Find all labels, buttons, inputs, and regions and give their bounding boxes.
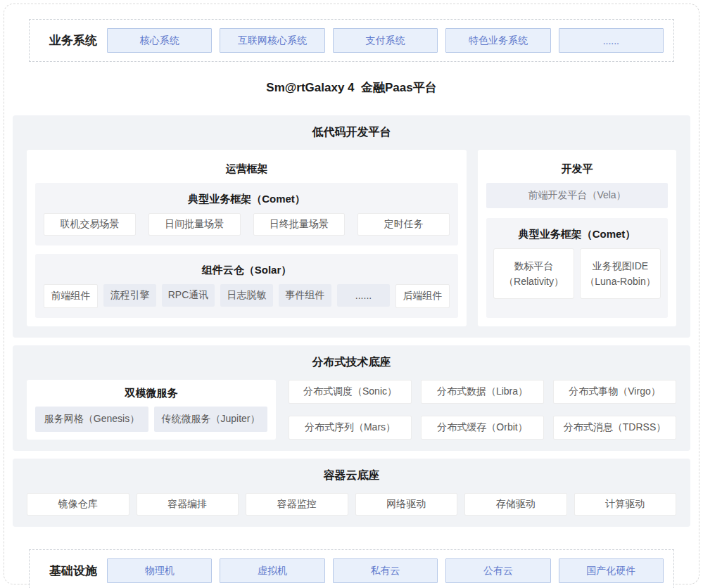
business-systems-band: 业务系统 核心系统 互联网核心系统 支付系统 特色业务系统 ...... [29,19,674,62]
card-relativity-line2: （Relativity） [504,274,564,289]
box-container-monitoring: 容器监控 [246,493,348,516]
chip-core-system: 核心系统 [107,28,212,53]
container-cloud-row: 镜像仓库 容器编排 容器监控 网络驱动 存储驱动 计算驱动 [27,493,676,516]
infrastructure-chips: 物理机 虚拟机 私有云 公有云 国产化硬件 [107,558,664,583]
dev-platform-title: 开发平 [486,157,668,183]
dev-comet-panel: 典型业务框架（Comet） 数标平台 （Relativity） 业务视图IDE … [486,218,668,318]
box-image-registry: 镜像仓库 [27,493,129,516]
dual-mode-chips: 服务网格（Genesis） 传统微服务（Jupiter） [35,407,267,432]
chip-vela-frontend-platform: 前端开发平台（Vela） [486,183,668,208]
chip-internet-core-system: 互联网核心系统 [220,28,324,53]
box-storage-driver: 存储驱动 [464,493,567,516]
box-distributed-transaction-virgo: 分布式事物（Virgo） [553,380,676,404]
chip-public-cloud: 公有云 [445,558,550,583]
chip-more-components: ...... [337,284,390,307]
box-distributed-message-tdrss: 分布式消息（TDRSS） [553,416,676,440]
distributed-base-panel: 分布式技术底座 双模微服务 服务网格（Genesis） 传统微服务（Jupite… [13,345,690,451]
dual-mode-microservice-panel: 双模微服务 服务网格（Genesis） 传统微服务（Jupiter） [27,380,276,440]
solar-warehouse-title: 组件云仓（Solar） [44,258,450,284]
chip-log-masking: 日志脱敏 [220,284,273,307]
container-cloud-title: 容器云底座 [27,468,676,483]
box-compute-driver: 计算驱动 [574,493,677,516]
card-relativity-platform: 数标平台 （Relativity） [493,248,574,299]
box-distributed-data-libra: 分布式数据（Libra） [421,380,544,404]
comet-framework-title: 典型业务框架（Comet） [44,187,450,213]
box-scheduled-task: 定时任务 [357,213,450,236]
business-systems-chips: 核心系统 互联网核心系统 支付系统 特色业务系统 ...... [107,28,664,53]
box-frontend-component: 前端组件 [44,284,98,308]
chip-physical-machine: 物理机 [107,558,212,583]
platform-title: Sm@rtGalaxy 4 金融Paas平台 [0,79,703,96]
ops-framework-title: 运营框架 [35,157,458,183]
box-distributed-cache-orbit: 分布式缓存（Orbit） [421,416,544,440]
chip-private-cloud: 私有云 [333,558,438,583]
chip-rpc-communication: RPC通讯 [162,284,215,307]
chip-payment-system: 支付系统 [333,28,438,53]
comet-scenario-row: 联机交易场景 日间批量场景 日终批量场景 定时任务 [44,213,450,236]
card-luna-robin-line1: 业务视图IDE [593,258,648,274]
solar-warehouse-panel: 组件云仓（Solar） 前端组件 流程引擎 RPC通讯 日志脱敏 事件组件 ..… [35,254,458,318]
solar-component-row: 前端组件 流程引擎 RPC通讯 日志脱敏 事件组件 ...... 后端组件 [44,284,450,308]
distributed-services-grid: 分布式调度（Sonic） 分布式数据（Libra） 分布式事物（Virgo） 分… [289,380,676,440]
box-container-orchestration: 容器编排 [137,493,239,516]
container-cloud-panel: 容器云底座 镜像仓库 容器编排 容器监控 网络驱动 存储驱动 计算驱动 [13,459,690,527]
architecture-diagram: 业务系统 核心系统 互联网核心系统 支付系统 特色业务系统 ...... Sm@… [0,0,703,588]
distributed-base-title: 分布式技术底座 [27,355,676,370]
box-backend-component: 后端组件 [395,284,450,308]
box-daytime-batch: 日间批量场景 [148,213,241,236]
chip-process-engine: 流程引擎 [103,284,156,307]
card-luna-robin-line2: （Luna-Robin） [585,274,655,289]
chip-special-business-system: 特色业务系统 [445,28,550,53]
chip-domestic-hardware: 国产化硬件 [559,558,664,583]
low-code-platform-panel: 低代码开发平台 运营框架 典型业务框架（Comet） 联机交易场景 日间批量场景… [13,115,690,338]
chip-more-systems: ...... [559,28,664,53]
chip-service-mesh-genesis: 服务网格（Genesis） [35,407,148,432]
chip-traditional-microservice-jupiter: 传统微服务（Jupiter） [154,407,267,432]
dev-comet-cards: 数标平台 （Relativity） 业务视图IDE （Luna-Robin） [493,248,661,299]
chip-event-component: 事件组件 [279,284,331,307]
comet-framework-panel: 典型业务框架（Comet） 联机交易场景 日间批量场景 日终批量场景 定时任务 [35,183,458,245]
infrastructure-band: 基础设施 物理机 虚拟机 私有云 公有云 国产化硬件 [29,549,674,588]
dual-mode-title: 双模微服务 [35,384,267,407]
box-endofday-batch: 日终批量场景 [253,213,346,236]
card-relativity-line1: 数标平台 [514,258,554,274]
dev-comet-title: 典型业务框架（Comet） [493,222,661,248]
box-network-driver: 网络驱动 [355,493,458,516]
card-luna-robin-ide: 业务视图IDE （Luna-Robin） [580,248,661,299]
low-code-platform-title: 低代码开发平台 [27,125,676,140]
box-online-transaction: 联机交易场景 [44,213,136,236]
chip-virtual-machine: 虚拟机 [220,558,324,583]
low-code-columns: 运营框架 典型业务框架（Comet） 联机交易场景 日间批量场景 日终批量场景 … [27,150,676,326]
dev-platform-panel: 开发平 前端开发平台（Vela） 典型业务框架（Comet） 数标平台 （Rel… [478,150,676,326]
distributed-row: 双模微服务 服务网格（Genesis） 传统微服务（Jupiter） 分布式调度… [27,380,676,440]
box-distributed-sequence-mars: 分布式序列（Mars） [289,416,412,440]
box-distributed-scheduling-sonic: 分布式调度（Sonic） [289,380,412,404]
ops-framework-panel: 运营框架 典型业务框架（Comet） 联机交易场景 日间批量场景 日终批量场景 … [27,150,467,326]
business-systems-label: 业务系统 [39,32,107,49]
infrastructure-label: 基础设施 [39,563,107,579]
